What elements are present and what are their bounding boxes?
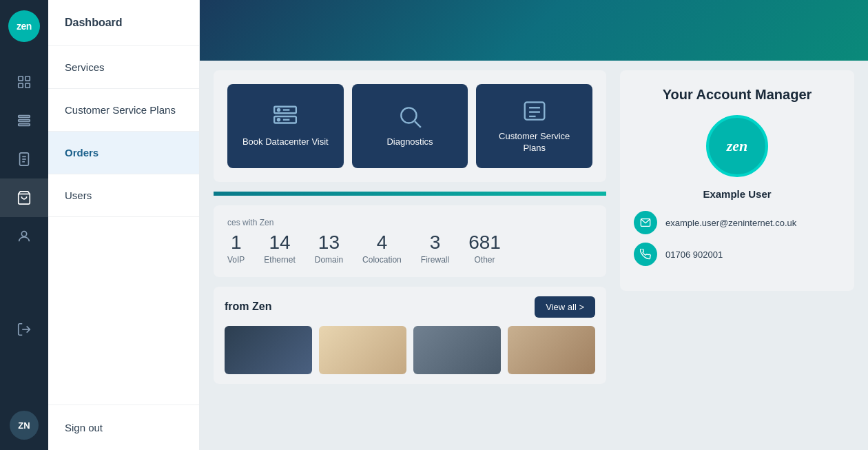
phone-icon [640, 249, 651, 260]
sidebar-item-dashboard[interactable]: Dashboard [48, 0, 199, 46]
service-item-other: 681 Other [468, 232, 501, 265]
sidebar-item-plans[interactable]: Customer Service Plans [48, 89, 199, 132]
tile-label-datacenter: Book Datacenter Visit [242, 136, 329, 148]
tile-label-service-plans: Customer Service Plans [487, 131, 581, 154]
service-label-voip: VoIP [227, 255, 245, 265]
service-item-domain: 13 Domain [315, 232, 343, 265]
nav-sidebar: Dashboard Services Customer Service Plan… [48, 0, 200, 450]
sidebar-item-orders[interactable]: Orders [48, 132, 199, 174]
sidebar-icon-orders[interactable] [0, 178, 48, 217]
from-zen-header: from Zen View all > [225, 296, 595, 318]
from-zen-section: from Zen View all > [214, 287, 606, 384]
phone-icon-wrapper [634, 243, 657, 266]
teal-accent-bar [214, 192, 606, 196]
svg-rect-5 [19, 120, 30, 122]
view-all-button[interactable]: View all > [535, 296, 595, 318]
hero-banner [200, 0, 868, 61]
service-label-colocation: Colocation [362, 255, 402, 265]
content-area: Book Datacenter Visit Diagnostics [200, 61, 868, 450]
sidebar-item-services[interactable]: Services [48, 46, 199, 89]
contact-phone-row: 01706 902001 [634, 243, 840, 266]
service-item-firewall: 3 Firewall [421, 232, 449, 265]
right-column: Your Account Manager zen Example User ex… [620, 61, 854, 436]
logo[interactable]: zen [8, 10, 40, 42]
svg-line-21 [415, 122, 421, 128]
service-label-firewall: Firewall [421, 255, 449, 265]
service-label-domain: Domain [315, 255, 343, 265]
action-tile-diagnostics[interactable]: Diagnostics [352, 84, 468, 168]
action-tile-service-plans[interactable]: Customer Service Plans [476, 84, 592, 168]
search-icon [397, 103, 423, 130]
service-item-colocation: 4 Colocation [362, 232, 402, 265]
sign-out-link[interactable]: Sign out [48, 405, 199, 450]
svg-point-12 [21, 232, 26, 236]
svg-rect-4 [19, 116, 30, 118]
contact-email: example.user@zeninternet.co.uk [665, 218, 796, 228]
contact-phone: 01706 902001 [665, 249, 723, 260]
svg-rect-2 [19, 83, 23, 88]
tile-label-diagnostics: Diagnostics [386, 136, 433, 148]
avatar-text: zen [727, 137, 748, 155]
news-thumb-1[interactable] [225, 326, 312, 374]
account-manager-title: Your Account Manager [634, 87, 840, 103]
svg-point-16 [278, 109, 280, 111]
service-count-domain: 13 [318, 232, 340, 254]
service-count-colocation: 4 [377, 232, 388, 254]
sidebar-icon-plans[interactable] [0, 140, 48, 178]
sidebar-icon-users[interactable] [0, 217, 48, 256]
service-count-ethernet: 14 [269, 232, 290, 254]
action-tile-datacenter[interactable]: Book Datacenter Visit [227, 84, 344, 168]
sidebar-spacer [48, 217, 199, 405]
email-icon-wrapper [634, 211, 657, 234]
news-thumb-2[interactable] [319, 326, 406, 374]
main-content: Book Datacenter Visit Diagnostics [200, 0, 868, 450]
contact-email-row: example.user@zeninternet.co.uk [634, 211, 840, 234]
service-label-ethernet: Ethernet [264, 255, 295, 265]
sidebar-icon-dashboard[interactable] [0, 63, 48, 101]
list-icon [521, 98, 548, 124]
service-count-other: 681 [468, 232, 501, 254]
service-item-ethernet: 14 Ethernet [264, 232, 295, 265]
icon-sidebar: zen [0, 0, 48, 450]
svg-rect-3 [25, 83, 30, 88]
quick-actions-card: Book Datacenter Visit Diagnostics [214, 70, 606, 182]
svg-rect-1 [25, 76, 30, 81]
sidebar-icon-services[interactable] [0, 101, 48, 140]
email-icon [640, 217, 651, 228]
left-column: Book Datacenter Visit Diagnostics [214, 61, 606, 436]
svg-rect-6 [19, 124, 30, 126]
account-manager-card: Your Account Manager zen Example User ex… [620, 70, 854, 291]
service-count-firewall: 3 [430, 232, 441, 254]
service-count-voip: 1 [231, 232, 242, 254]
services-intro: ces with Zen [227, 218, 592, 227]
news-thumb-4[interactable] [508, 326, 595, 374]
news-thumbnails [225, 326, 595, 374]
sidebar-icon-signout[interactable] [0, 310, 48, 349]
quick-actions-grid: Book Datacenter Visit Diagnostics [227, 84, 592, 168]
services-grid: 1 VoIP 14 Ethernet 13 Domain 4 Colocatio… [227, 232, 592, 265]
account-manager-name: Example User [634, 188, 840, 200]
news-thumb-3[interactable] [413, 326, 501, 374]
account-manager-avatar: zen [706, 115, 768, 177]
service-item-voip: 1 VoIP [227, 232, 245, 265]
user-avatar[interactable]: ZN [10, 411, 39, 440]
svg-rect-0 [19, 76, 23, 81]
svg-point-20 [401, 108, 416, 123]
services-card: ces with Zen 1 VoIP 14 Ethernet 13 Domai… [214, 205, 606, 277]
svg-point-17 [278, 119, 280, 121]
sidebar-item-users[interactable]: Users [48, 174, 199, 217]
service-label-other: Other [474, 255, 495, 265]
from-zen-title: from Zen [225, 300, 271, 313]
server-icon [272, 103, 298, 130]
